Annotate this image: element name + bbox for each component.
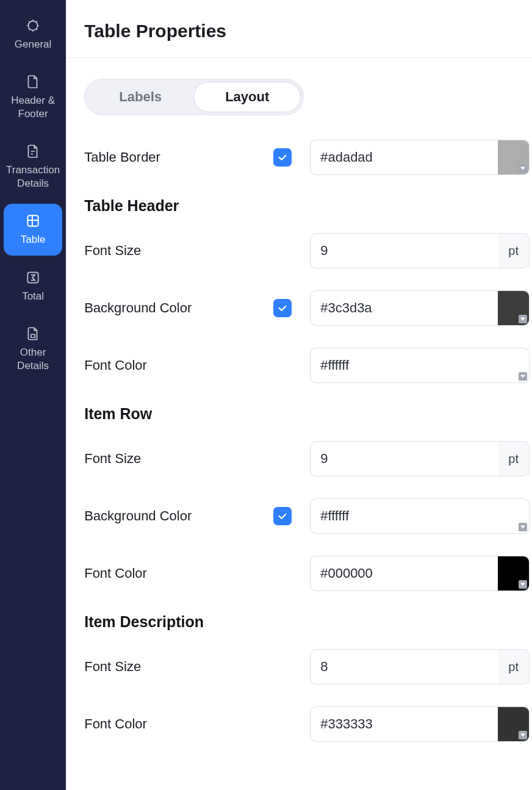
row-th-font-size: Font Size pt (84, 233, 530, 268)
section-title-table-header: Table Header (84, 197, 530, 215)
sidebar-item-label: Other Details (6, 346, 60, 373)
ir-bg-color-swatch[interactable] (498, 498, 530, 534)
document-alt-icon (24, 325, 41, 342)
ir-font-color-swatch[interactable] (498, 556, 530, 591)
row-id-font-size: Font Size pt (84, 649, 530, 684)
table-border-color-input[interactable] (310, 140, 498, 175)
section-title-item-row: Item Row (84, 405, 530, 423)
id-font-size-input[interactable] (310, 649, 498, 684)
sidebar-item-total[interactable]: Total (4, 260, 62, 312)
page-title: Table Properties (84, 21, 530, 41)
id-font-color-input[interactable] (310, 706, 498, 742)
svg-marker-9 (520, 734, 525, 737)
unit-pt-label: pt (498, 649, 530, 684)
svg-marker-4 (520, 167, 525, 170)
table-border-color-swatch[interactable] (498, 140, 530, 175)
ir-font-color-input[interactable] (310, 556, 498, 591)
svg-rect-3 (31, 334, 35, 337)
ir-bg-checkbox[interactable] (273, 507, 292, 525)
row-th-font-color: Font Color (84, 348, 530, 383)
sigma-icon (24, 269, 41, 286)
row-th-bg-color: Background Color (84, 290, 530, 326)
row-ir-font-size: Font Size pt (84, 441, 530, 476)
sidebar-item-label: Table (21, 233, 46, 246)
tab-labels[interactable]: Labels (87, 82, 193, 112)
svg-rect-1 (27, 216, 38, 226)
unit-pt-label: pt (498, 233, 530, 268)
sidebar-item-label: General (15, 38, 51, 51)
th-bg-color-swatch[interactable] (498, 290, 530, 326)
row-ir-bg-color: Background Color (84, 498, 530, 534)
svg-marker-7 (520, 526, 525, 529)
row-ir-font-color: Font Color (84, 556, 530, 591)
unit-pt-label: pt (498, 441, 530, 476)
sidebar-item-general[interactable]: General (4, 9, 62, 60)
row-id-font-color: Font Color (84, 706, 530, 742)
page-icon (24, 73, 41, 90)
ir-bg-color-input[interactable] (310, 498, 498, 534)
sidebar-item-label: Header & Footer (6, 94, 60, 121)
id-font-size-label: Font Size (84, 659, 273, 675)
table-border-checkbox[interactable] (273, 148, 292, 167)
document-text-icon (24, 143, 41, 160)
sidebar-item-label: Total (22, 290, 44, 303)
sidebar-item-transaction-details[interactable]: Transaction Details (4, 134, 62, 199)
settings-icon (24, 17, 41, 34)
sidebar: General Header & Footer Transaction Deta… (0, 0, 66, 790)
id-font-color-swatch[interactable] (498, 706, 530, 742)
sidebar-item-table[interactable]: Table (4, 204, 62, 255)
svg-point-0 (29, 21, 38, 30)
table-border-label: Table Border (84, 149, 273, 165)
ir-font-size-label: Font Size (84, 451, 273, 467)
row-table-border: Table Border (84, 140, 530, 175)
th-font-color-input[interactable] (310, 348, 498, 383)
sidebar-item-header-footer[interactable]: Header & Footer (4, 65, 62, 129)
ir-bg-label: Background Color (84, 508, 273, 524)
main: Table Properties Labels Layout Table Bor… (66, 0, 532, 790)
svg-marker-6 (520, 375, 525, 378)
table-icon (24, 212, 41, 229)
svg-marker-5 (520, 318, 525, 321)
th-bg-color-input[interactable] (310, 290, 498, 326)
ir-font-size-input[interactable] (310, 441, 498, 476)
title-bar: Table Properties (66, 0, 532, 58)
id-font-color-label: Font Color (84, 716, 273, 732)
th-bg-checkbox[interactable] (273, 299, 292, 317)
th-font-size-label: Font Size (84, 243, 273, 259)
sidebar-item-label: Transaction Details (6, 163, 60, 190)
tab-layout[interactable]: Layout (193, 82, 301, 112)
ir-font-color-label: Font Color (84, 566, 273, 581)
svg-marker-8 (520, 583, 525, 586)
sidebar-item-other-details[interactable]: Other Details (4, 317, 62, 381)
th-font-size-input[interactable] (310, 233, 498, 268)
th-font-color-label: Font Color (84, 357, 273, 373)
tab-switcher: Labels Layout (84, 79, 304, 115)
th-bg-label: Background Color (84, 300, 273, 316)
section-title-item-description: Item Description (84, 613, 530, 631)
th-font-color-swatch[interactable] (498, 348, 530, 383)
